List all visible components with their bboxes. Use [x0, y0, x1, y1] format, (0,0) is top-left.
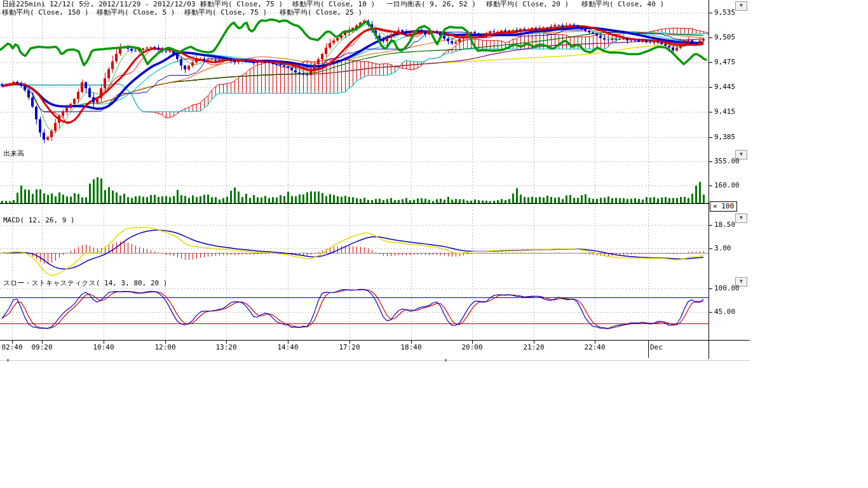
time-tick-label: 02:40	[1, 344, 22, 351]
volume-panel-label: 出来高	[3, 150, 24, 158]
time-tick-label: 10:40	[93, 344, 114, 351]
time-tick-label: 21:20	[523, 344, 544, 351]
macd-tick-label: 18.50	[714, 221, 735, 229]
legend-item: 移動平均( Close, 5 )	[97, 9, 175, 17]
chart-window: 日経225mini 12/12( 5分, 2012/11/29 - 2012/1…	[0, 0, 868, 488]
stochastics-panel-label: スロー・ストキャスティクス( 14, 3, 80, 20 )	[3, 280, 167, 287]
time-tick-label: 18:40	[400, 344, 421, 351]
legend-item: 移動平均( Close, 150 )	[2, 9, 89, 17]
legend-item: 移動平均( Close, 75 )	[200, 1, 283, 8]
stoch-tick-label: 100.00	[714, 285, 740, 292]
time-tick-label: Dec	[650, 344, 663, 351]
price-tick-label: 9,535	[714, 9, 735, 17]
volume-tick-label: 355.00	[714, 158, 740, 165]
legend-item: 日経225mini 12/12( 5分, 2012/11/29 - 2012/1…	[2, 1, 204, 8]
legend-item: 移動平均( Close, 20 )	[486, 1, 569, 8]
time-tick-label: 13:20	[215, 344, 236, 351]
volume-scale-badge: × 100	[710, 201, 737, 212]
macd-panel-dropdown-icon[interactable]: ▼	[735, 214, 747, 223]
legend-item: 移動平均( Close, 10 )	[292, 1, 375, 8]
price-tick-label: 9,445	[714, 83, 735, 91]
time-tick-label: 12:00	[154, 344, 175, 351]
macd-tick-label: 3.00	[714, 245, 731, 252]
legend-item: 移動平均( Close, 25 )	[280, 9, 362, 17]
price-tick-label: 9,415	[714, 108, 735, 116]
legend-item: 移動平均( Close, 75 )	[184, 9, 267, 17]
volume-tick-label: 160.00	[714, 182, 740, 189]
main-panel-dropdown-icon[interactable]: ▼	[735, 1, 747, 11]
time-tick-label: 17:20	[339, 344, 360, 351]
time-tick-label: 22:40	[584, 344, 605, 351]
time-tick-label: 20:00	[461, 344, 482, 351]
legend-item: 移動平均( Close, 40 )	[581, 1, 664, 8]
legend-item: 一目均衡表( 9, 26, 52 )	[386, 1, 476, 8]
time-tick-label: 14:40	[277, 344, 298, 351]
price-tick-label: 9,505	[714, 34, 735, 41]
macd-panel-label: MACD( 12, 26, 9 )	[3, 217, 75, 224]
price-tick-label: 9,385	[714, 133, 735, 141]
stoch-tick-label: 45.00	[714, 308, 735, 316]
price-chart-canvas[interactable]	[0, 0, 868, 488]
time-tick-label: 09:20	[31, 344, 52, 351]
price-tick-label: 9,475	[714, 58, 735, 66]
